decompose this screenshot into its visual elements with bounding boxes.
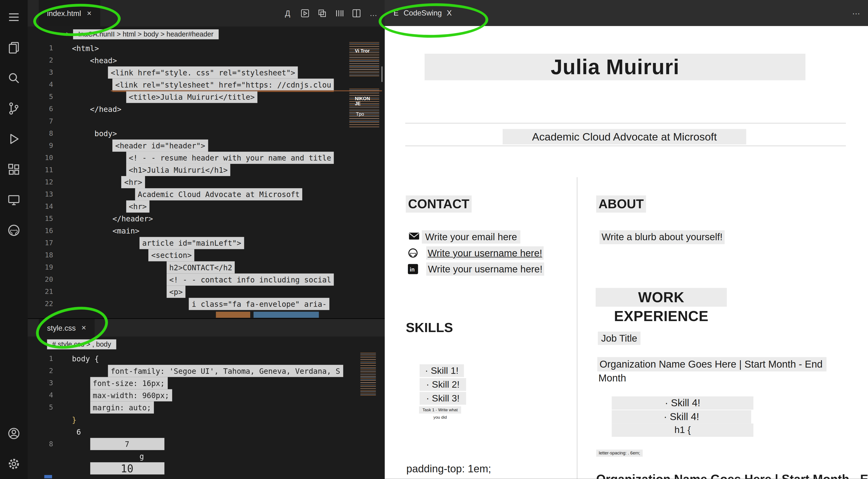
code-line[interactable]: 11 <h1>Julia Muiruri</h1> — [28, 164, 385, 176]
breadcrumb[interactable]: > InaCA.nunII > html > body > header#hea… — [28, 27, 385, 41]
code-line[interactable]: 18 <section> — [28, 249, 385, 261]
code-line[interactable]: 10 <! - - resume header with your name a… — [28, 152, 385, 164]
skill-item: · Skill 4! — [612, 396, 753, 410]
line-number: 16 — [28, 225, 53, 237]
tab-codeswing-close-icon[interactable]: X — [447, 9, 452, 17]
code-line[interactable]: 17 article id="mainLeft"> — [28, 237, 385, 249]
scrollbar-thumb[interactable] — [381, 66, 382, 82]
code-line[interactable]: 10 — [28, 462, 385, 475]
code-line[interactable]: 9 <header id="header"> — [28, 140, 385, 152]
line-number: 19 — [28, 261, 53, 273]
minimap-label: Vi Tror — [355, 49, 370, 54]
breadcrumb[interactable]: # style.css > , body — [28, 337, 385, 352]
code-line[interactable]: 4 <link rel="stylesheet" href="https: //… — [28, 79, 385, 91]
remote-explorer-icon[interactable] — [7, 193, 21, 207]
task-note: Task 1 - Write what you did — [419, 406, 461, 413]
line-number: 18 — [28, 249, 53, 261]
code-line[interactable]: 16 <main> — [28, 225, 385, 237]
code-line[interactable]: 22 i class="fa fa-envelope" aria- — [28, 298, 385, 310]
line-number: 9 — [28, 140, 53, 152]
code-line[interactable]: 21 <p> — [28, 286, 385, 298]
explorer-icon[interactable] — [7, 40, 21, 55]
skill-item: · Skill 4! — [612, 410, 751, 424]
minimap[interactable] — [359, 353, 379, 403]
code-line[interactable]: 2 font-family: 'Segoe UI', Tahoma, Genev… — [28, 365, 385, 377]
vscode-window: index.html ✕ Д — [0, 0, 868, 479]
run-preview-icon[interactable] — [300, 8, 309, 18]
cyrillic-d-glyph-icon[interactable]: Д — [283, 8, 292, 18]
error-underline — [111, 90, 382, 91]
source-control-icon[interactable] — [7, 101, 21, 116]
organization-line-wrap: Month — [598, 372, 626, 384]
contact-github-link[interactable]: Write your username here! — [426, 246, 544, 260]
code-line[interactable]: 2 <head> — [28, 54, 385, 66]
line-number: 14 — [28, 200, 53, 213]
settings-gear-icon[interactable] — [7, 457, 21, 471]
activity-bar — [0, 0, 28, 479]
code-line[interactable]: 3 font-size: 16px; — [28, 377, 385, 389]
tab-codeswing[interactable]: E CodeSwing X — [394, 9, 452, 17]
css-code-area[interactable]: 1 body { 2 font-family: 'Segoe UI', Taho… — [28, 353, 385, 479]
code-line[interactable]: 20 <! - - contact info including social — [28, 273, 385, 286]
line-number: 13 — [28, 188, 53, 200]
css-leak-text: h1 { — [612, 423, 753, 437]
skills-heading: SKILLS — [406, 320, 453, 335]
code-line[interactable]: } — [28, 414, 385, 426]
css-leak-small-text: letter-spacing: . 6em; — [596, 449, 643, 456]
account-icon[interactable] — [7, 426, 21, 441]
minimap[interactable]: Vi Tror NIKON JE Tpo — [348, 42, 382, 130]
line-number: 6 — [28, 103, 53, 115]
breadcrumb-chevron: > — [66, 30, 70, 38]
compare-changes-icon[interactable] — [317, 8, 327, 18]
tab-style-css-close-icon[interactable]: ✕ — [81, 324, 86, 331]
split-editor-icon[interactable] — [351, 8, 361, 18]
html-code-area[interactable]: 1 <html> 2 <head> 3 — [28, 42, 385, 318]
about-text: Write a blurb about yourself! — [599, 230, 725, 244]
code-line[interactable]: g — [28, 450, 385, 462]
code-line[interactable]: 19 h2>CONTACT</h2 — [28, 261, 385, 273]
editor-columns-icon[interactable] — [334, 8, 344, 18]
code-line[interactable]: 15 </header> — [28, 213, 385, 225]
code-line[interactable]: 8 body> — [28, 127, 385, 140]
code-line[interactable]: 4 max-width: 960px; — [28, 389, 385, 401]
gutter-artifact — [44, 475, 52, 478]
search-icon[interactable] — [7, 71, 21, 85]
code-line[interactable]: 3 <link href="style. css" rel="styleshee… — [28, 66, 385, 79]
code-line[interactable]: 8 7 — [28, 438, 385, 450]
contact-heading: CONTACT — [406, 196, 471, 213]
editor-actions: Д … — [283, 0, 378, 27]
codeswing-icon: E — [394, 9, 399, 17]
minimap-label: NIKON JE — [355, 96, 377, 107]
divider — [405, 123, 846, 123]
code-line[interactable]: 14 <hr> — [28, 200, 385, 213]
menu-icon[interactable] — [7, 10, 21, 24]
code-line[interactable]: 5 <title>Julia Muiruri</title> — [28, 91, 385, 103]
code-line[interactable]: 1 <html> — [28, 42, 385, 54]
minimap-label: Tpo — [356, 112, 364, 117]
minimap-code-block — [349, 42, 379, 76]
github-icon[interactable] — [7, 223, 21, 237]
code-line[interactable]: 1 body { — [28, 353, 385, 365]
line-number: 12 — [28, 176, 53, 188]
tab-style-css[interactable]: style.css ✕ — [39, 319, 94, 337]
code-line[interactable]: 13 Academic Cloud Advocate at Microsoft — [28, 188, 385, 200]
code-line[interactable]: 12 <hr> — [28, 176, 385, 188]
more-actions-icon[interactable]: … — [852, 7, 860, 16]
contact-email-link[interactable]: Write your email here — [422, 230, 520, 244]
code-line[interactable]: 7 — [28, 115, 385, 127]
svg-text:in: in — [410, 266, 415, 273]
more-actions-icon[interactable]: … — [369, 8, 378, 18]
line-number: 4 — [28, 79, 53, 91]
extensions-icon[interactable] — [7, 162, 21, 177]
tab-index-html-close-icon[interactable]: ✕ — [87, 10, 92, 17]
line-number: 21 — [28, 286, 53, 298]
code-line[interactable]: 6 </head> — [28, 103, 385, 115]
code-line[interactable]: 6 — [28, 426, 385, 438]
line-number: 3 — [28, 66, 53, 79]
contact-linkedin-link[interactable]: Write your username here! — [426, 262, 544, 276]
code-line[interactable]: 5 margin: auto; — [28, 401, 385, 414]
tab-index-html[interactable]: index.html ✕ — [39, 0, 100, 27]
about-heading: ABOUT — [596, 196, 646, 213]
resume-subtitle: Academic Cloud Advocate at Microsoft — [503, 129, 746, 145]
run-and-debug-icon[interactable] — [7, 132, 21, 146]
